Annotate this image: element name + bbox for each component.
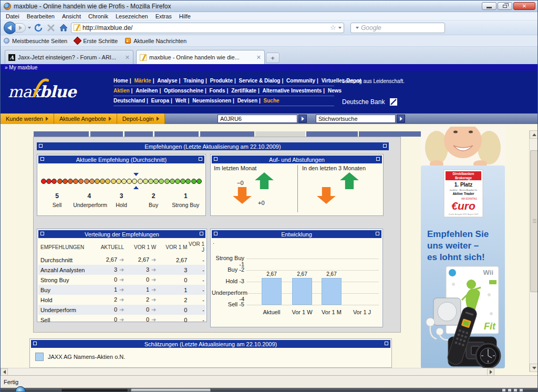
maxblue-logo[interactable]: maxblue	[8, 82, 76, 101]
search-box[interactable]	[350, 23, 445, 33]
scroll-right-button[interactable]	[487, 368, 494, 376]
menu-item[interactable]: Lesezeichen	[112, 13, 151, 19]
windows-taskbar[interactable]	[1, 388, 538, 392]
nav-item[interactable]: Welt	[169, 98, 187, 104]
stop-button[interactable]	[46, 23, 56, 33]
menu-item[interactable]: Ansicht	[59, 13, 84, 19]
kunde-werden-button[interactable]: Kunde werden	[1, 114, 54, 124]
rating-marker-icon	[133, 173, 139, 176]
tab-close-icon[interactable]: ✕	[256, 54, 261, 61]
nav-item[interactable]: News	[322, 88, 342, 94]
rating-dot	[159, 179, 164, 184]
tab-jaxx-forum[interactable]: A Jaxx-Jetzt einsteigen? - Forum - ARI..…	[5, 50, 133, 64]
panel-toggle-icon[interactable]	[376, 232, 379, 235]
bookmark-most-visited[interactable]: Meistbesuchte Seiten	[4, 38, 67, 44]
panel-toggle-icon[interactable]	[200, 232, 203, 235]
system-tray[interactable]	[502, 389, 523, 392]
panel-toggle-icon[interactable]	[376, 157, 380, 161]
history-dropdown-icon[interactable]	[28, 27, 31, 29]
menu-item[interactable]: Chronik	[85, 13, 111, 19]
tab-close-icon[interactable]: ✕	[125, 54, 130, 61]
forward-button[interactable]	[15, 23, 26, 33]
panel-toggle-icon[interactable]	[33, 342, 37, 345]
nav-item[interactable]: Fonds	[203, 88, 225, 94]
taskbar-window-button[interactable]	[131, 388, 211, 392]
nav-item[interactable]: Service & Dialog	[233, 78, 281, 84]
restore-button[interactable]	[498, 2, 512, 10]
bookmark-star-icon[interactable]: ☆	[330, 24, 336, 32]
nav-item[interactable]: Suche	[257, 98, 280, 104]
bookmark-latest-news[interactable]: Aktuelle Nachrichten	[125, 38, 187, 44]
scroll-left-button[interactable]	[1, 368, 8, 376]
nav-item[interactable]: Alternative Investments	[256, 88, 322, 94]
url-dropdown-icon[interactable]	[338, 27, 342, 29]
panel-toggle-icon[interactable]	[214, 232, 218, 235]
content-tab-stub[interactable]	[359, 131, 430, 137]
scrollbar-thumb[interactable]	[530, 150, 538, 292]
search-input[interactable]	[361, 24, 443, 32]
nav-item[interactable]: Training	[178, 78, 204, 84]
url-input[interactable]	[82, 24, 328, 32]
nav-item[interactable]: Zertifikate	[225, 88, 256, 94]
depot-login-button[interactable]: Depot-Login	[117, 114, 165, 124]
taskbar-window-button[interactable]	[61, 388, 128, 392]
nav-item[interactable]: Anleihen	[130, 88, 158, 94]
nav-item[interactable]: Neuemissionen	[187, 98, 232, 104]
horizontal-scrollbar[interactable]	[1, 368, 495, 375]
menu-item[interactable]: Datei	[3, 13, 23, 19]
nav-item[interactable]: Deutschland	[113, 98, 145, 104]
vertical-scrollbar[interactable]	[529, 130, 538, 372]
nav-item[interactable]: Devisen	[231, 98, 257, 104]
new-tab-button[interactable]: +	[266, 53, 280, 63]
panel-toggle-icon[interactable]	[39, 144, 43, 148]
panel-toggle-icon[interactable]	[40, 157, 44, 161]
my-maxblue-bar[interactable]: » My maxblue	[1, 64, 538, 71]
nav-item[interactable]: Optionsscheine	[158, 88, 203, 94]
content-tab-stub[interactable]	[306, 131, 358, 137]
nav-item[interactable]: Europa	[145, 98, 169, 104]
wkn-search-go-button[interactable]	[298, 115, 307, 123]
menu-item[interactable]: Hilfe	[176, 13, 194, 19]
keyword-search-input[interactable]	[316, 115, 396, 123]
content-tab-stub[interactable]	[154, 131, 199, 137]
scroll-down-button[interactable]	[530, 364, 538, 372]
content-tab-stub[interactable]	[34, 131, 89, 137]
content-tab-stub-active[interactable]	[255, 131, 305, 137]
content-tab-stub[interactable]	[125, 131, 153, 137]
table-row: Durchschnitt 2,67➔ 2,67➔ 2,67 -	[38, 255, 205, 265]
rating-dot	[148, 179, 153, 184]
reload-button[interactable]	[33, 23, 44, 33]
close-button[interactable]: ✕	[513, 2, 535, 10]
nav-item[interactable]: Analyse	[151, 78, 178, 84]
keyword-search-go-button[interactable]	[397, 115, 405, 123]
menu-item[interactable]: Extras	[152, 13, 175, 19]
panel-title: Auf- und Abstufungen	[269, 157, 325, 163]
home-button[interactable]	[58, 23, 69, 33]
tab-maxblue[interactable]: maxblue - Online handeln wie die... ✕	[136, 50, 265, 64]
aktuelle-angebote-button[interactable]: Aktuelle Angebote	[54, 114, 117, 124]
back-button[interactable]	[4, 22, 16, 34]
panel-toggle-icon[interactable]	[385, 342, 388, 345]
panel-toggle-icon[interactable]	[199, 157, 202, 161]
status-bar: Fertig	[1, 375, 538, 388]
panel-toggle-icon[interactable]	[214, 157, 218, 161]
nav-item[interactable]: Home	[113, 78, 128, 84]
search-engine-dropdown-icon[interactable]	[356, 27, 359, 29]
nav-item[interactable]: Märkte	[128, 78, 151, 84]
bookmark-label: Meistbesuchte Seiten	[12, 38, 67, 44]
panel-toggle-icon[interactable]	[383, 144, 387, 148]
ad-banner[interactable]: Direktbanken Brokerage 1. Platz maxblue …	[421, 127, 505, 368]
content-tab-stub[interactable]	[200, 131, 254, 137]
verteilung-table: EMPFEHLUNGEN AKTUELL VOR 1 W VOR 1 M VOR…	[38, 239, 205, 325]
nav-item[interactable]: Aktien	[113, 88, 130, 94]
content-tab-stub[interactable]	[90, 131, 123, 137]
panel-toggle-icon[interactable]	[40, 232, 44, 235]
minimize-button[interactable]	[482, 2, 496, 10]
scroll-up-button[interactable]	[530, 130, 538, 139]
url-bar[interactable]: ☆	[71, 23, 344, 33]
bookmark-getting-started[interactable]: Erste Schritte	[75, 38, 118, 44]
nav-item[interactable]: Produkte	[204, 78, 233, 84]
menu-item[interactable]: Bearbeiten	[24, 13, 58, 19]
nav-item[interactable]: Community	[280, 78, 315, 84]
wkn-search-input[interactable]	[218, 115, 297, 123]
